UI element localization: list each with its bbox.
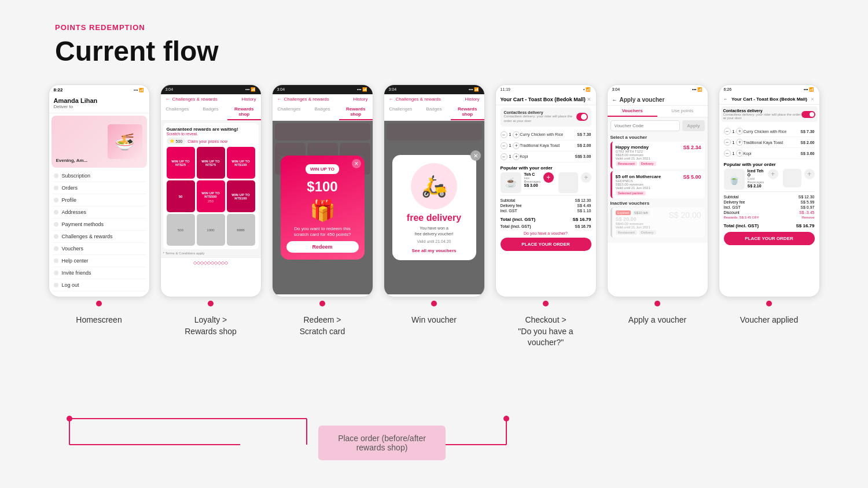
nav-subscription[interactable]: Subscription xyxy=(53,170,146,182)
tab-use-points[interactable]: Use points xyxy=(657,106,708,117)
tab-challenges[interactable]: Challenges xyxy=(161,104,194,120)
win-close-btn[interactable]: ✕ xyxy=(470,150,481,161)
screen-dot-apply-voucher xyxy=(654,301,660,306)
screen-dot-loyalty xyxy=(208,301,214,306)
nav-addresses[interactable]: Addresses xyxy=(53,206,146,219)
contactless-toggle[interactable] xyxy=(576,113,587,121)
tab-rewards-shop[interactable]: Rewards shop xyxy=(227,104,261,120)
hs-hero: 🍜 Evening, Am... xyxy=(52,116,147,168)
screen-label-checkout: Checkout >"Do you have avoucher?" xyxy=(518,315,573,349)
screen-dot-win xyxy=(431,301,437,306)
screen-scratch: 3:04 ▪▪▪ 📶 ← Challenges & rewards Histor… xyxy=(272,84,373,337)
page-title: Current flow xyxy=(55,35,813,67)
voucher-code-input[interactable] xyxy=(610,120,681,131)
screen-label-win: Win voucher xyxy=(411,315,457,326)
screen-label-apply-voucher: Apply a voucher xyxy=(628,315,686,326)
screen-dot-voucher-applied xyxy=(766,301,772,306)
add-teh-c-btn[interactable]: + xyxy=(543,172,553,183)
nav-help[interactable]: Help center xyxy=(53,255,146,267)
homescreen-frame: 8:22 ▪▪▪ 📶 Amanda Lihan Deliver to 🍜 Eve… xyxy=(49,84,150,297)
checkout-frame: 11:19 ▪ 📶 Your Cart - Toast Box (Bedok M… xyxy=(495,84,597,297)
add-iced-teh-o-btn[interactable]: + xyxy=(768,169,778,179)
svg-point-7 xyxy=(503,416,509,422)
place-order-btn[interactable]: PLACE YOUR ORDER xyxy=(501,238,591,251)
nav-payment[interactable]: Payment methods xyxy=(53,219,146,231)
screen-homescreen: 8:22 ▪▪▪ 📶 Amanda Lihan Deliver to 🍜 Eve… xyxy=(49,84,150,326)
hs-nav: Subscription Orders Profile Addresses xyxy=(49,170,149,291)
nav-invite[interactable]: Invite friends xyxy=(53,267,146,279)
nav-orders[interactable]: Orders xyxy=(53,182,146,194)
scratch-close-btn[interactable]: ✕ xyxy=(352,159,361,168)
voucher-mothercare[interactable]: $5 off on Mothercare SHOPMCS S$15.00 min… xyxy=(610,171,705,198)
flow-area: 8:22 ▪▪▪ 📶 Amanda Lihan Deliver to 🍜 Eve… xyxy=(0,79,868,354)
apply-btn[interactable]: Apply xyxy=(682,120,704,131)
hs-header: Amanda Lihan Deliver to xyxy=(49,95,149,113)
tab-vouchers[interactable]: Vouchers xyxy=(608,106,658,117)
screen-dot-scratch xyxy=(319,301,325,306)
select-voucher-title: Select a voucher xyxy=(610,135,705,140)
nav-profile[interactable]: Profile xyxy=(53,194,146,206)
screen-dot-homescreen xyxy=(96,301,102,306)
nav-vouchers[interactable]: Vouchers xyxy=(53,243,146,255)
place-order-box: Place order (before/after rewards shop) xyxy=(318,426,446,460)
screen-dot-checkout xyxy=(543,301,549,306)
scratch-frame: 3:04 ▪▪▪ 📶 ← Challenges & rewards Histor… xyxy=(272,84,373,297)
remove-voucher-link[interactable]: Remove xyxy=(801,216,814,219)
voucher-applied-frame: 6:26 ▪▪▪ 📶 ← Your Cart - Toast Box (Bedo… xyxy=(719,84,820,297)
redeem-button[interactable]: Redeem xyxy=(286,241,359,253)
svg-point-6 xyxy=(67,416,72,422)
screen-label-homescreen: Homescreen xyxy=(76,315,122,326)
scratch-modal: ✕ WIN UP TO $100 🎁 Do you want to redeem… xyxy=(281,156,365,260)
win-title: free delivery xyxy=(399,213,469,223)
screen-label-loyalty: Loyalty >Rewards shop xyxy=(185,315,237,337)
tab-badges[interactable]: Badges xyxy=(194,104,227,120)
nav-challenges[interactable]: Challenges & rewards xyxy=(53,231,146,243)
screen-win: 3:04 ▪▪▪ 📶 ← Challenges & rewards Histor… xyxy=(384,84,485,326)
page-subtitle: POINTS REDEMPTION xyxy=(55,23,813,32)
screen-checkout: 11:19 ▪ 📶 Your Cart - Toast Box (Bedok M… xyxy=(495,84,597,349)
screen-label-scratch: Redeem >Scratch card xyxy=(300,315,345,337)
screens-row: 8:22 ▪▪▪ 📶 Amanda Lihan Deliver to 🍜 Eve… xyxy=(41,84,827,349)
voucher-link[interactable]: Do you have a voucher? xyxy=(501,231,591,235)
screen-apply-voucher: 3:04 ▪▪▪ 📶 ← Apply a voucher Vouchers Us… xyxy=(607,84,708,326)
nav-logout[interactable]: Log out xyxy=(53,279,146,291)
screen-voucher-applied: 6:26 ▪▪▪ 📶 ← Your Cart - Toast Box (Bedo… xyxy=(719,84,820,326)
screen-label-voucher-applied: Voucher applied xyxy=(740,315,798,326)
apply-voucher-frame: 3:04 ▪▪▪ 📶 ← Apply a voucher Vouchers Us… xyxy=(607,84,708,297)
place-order-btn-va[interactable]: PLACE YOUR ORDER xyxy=(724,232,815,245)
voucher-happy-monday[interactable]: Happy monday GT82 WITH T122 S$18.00 mini… xyxy=(610,142,705,169)
screen-loyalty: 3:04 ▪▪▪ 📶 ← Challenges & rewards Histor… xyxy=(160,84,262,337)
win-frame: 3:04 ▪▪▪ 📶 ← Challenges & rewards Histor… xyxy=(384,84,485,297)
see-all-vouchers-link[interactable]: See all my vouchers xyxy=(399,248,469,253)
inactive-vouchers-title: Inactive vouchers xyxy=(610,201,705,206)
voucher-inactive: Expired S$10 left S$ 20.00 S$40.00 minim… xyxy=(610,208,705,238)
hs-status-bar: 8:22 ▪▪▪ 📶 xyxy=(49,85,149,95)
page-header: POINTS REDEMPTION Current flow xyxy=(0,0,868,79)
win-modal: 🛵 free delivery You have won afree deliv… xyxy=(392,155,476,260)
add-product2-btn[interactable]: + xyxy=(581,172,591,183)
loyalty-frame: 3:04 ▪▪▪ 📶 ← Challenges & rewards Histor… xyxy=(160,84,262,297)
gift-icon: 🎁 xyxy=(286,198,359,223)
